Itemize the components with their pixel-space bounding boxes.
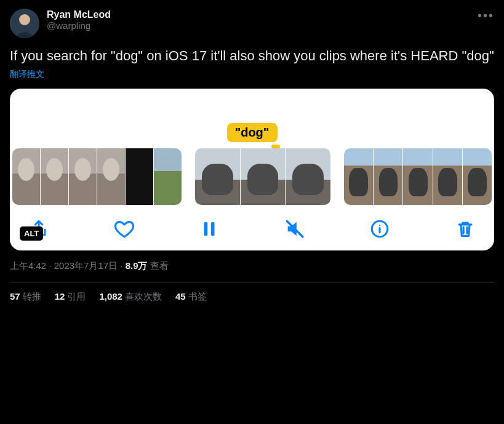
likes-stat[interactable]: 1,082喜欢次数 [99, 291, 162, 303]
clip-thumb [344, 148, 373, 205]
clip-thumb [126, 148, 153, 205]
clip-thumb [403, 148, 432, 205]
tweet-container: Ryan McLeod @warpling ••• If you search … [0, 0, 504, 303]
clip-thumb [241, 148, 286, 205]
retweets-stat[interactable]: 57转推 [10, 291, 41, 303]
retweets-label: 转推 [23, 291, 41, 302]
quotes-stat[interactable]: 12引用 [55, 291, 86, 303]
clip-thumb [154, 148, 182, 205]
datestamp[interactable]: 2023年7月17日 [54, 260, 118, 271]
video-timeline[interactable] [10, 148, 494, 205]
clip-thumb [12, 148, 40, 205]
user-block: Ryan McLeod @warpling [47, 9, 111, 31]
retweets-count: 57 [10, 291, 20, 302]
clip-thumb [41, 148, 68, 205]
tweet-text: If you search for "dog" on iOS 17 it'll … [10, 47, 494, 65]
clip-thumb [374, 148, 402, 205]
clip-group-1[interactable] [12, 148, 182, 205]
svg-point-7 [379, 225, 380, 226]
timestamp[interactable]: 上午4:42 [10, 260, 46, 271]
clip-thumb [69, 148, 97, 205]
bookmarks-stat[interactable]: 45书签 [175, 291, 207, 303]
mute-icon[interactable] [284, 218, 305, 239]
clip-group-3[interactable] [344, 148, 492, 205]
tweet-header: Ryan McLeod @warpling ••• [10, 9, 494, 38]
clip-thumb [195, 148, 240, 205]
clip-group-2[interactable] [195, 148, 330, 205]
media-inner: "dog" [10, 89, 494, 250]
bookmarks-count: 45 [175, 291, 186, 302]
views-count: 8.9万 [126, 260, 148, 271]
clip-thumb [433, 148, 462, 205]
stats-row: 57转推 12引用 1,082喜欢次数 45书签 [10, 282, 494, 303]
pause-icon[interactable] [199, 218, 220, 239]
views-label: 查看 [150, 260, 169, 271]
clip-thumb [286, 148, 330, 205]
caption-badge: "dog" [227, 123, 278, 142]
more-icon[interactable]: ••• [478, 9, 494, 23]
likes-label: 喜欢次数 [125, 291, 162, 302]
heart-icon[interactable] [114, 218, 135, 239]
avatar-image [10, 9, 39, 38]
bookmarks-label: 书签 [188, 291, 207, 302]
alt-badge[interactable]: ALT [20, 226, 43, 241]
svg-rect-3 [211, 222, 215, 236]
quotes-count: 12 [55, 291, 65, 302]
likes-count: 1,082 [99, 291, 122, 302]
clip-thumb [97, 148, 125, 205]
avatar[interactable] [10, 9, 39, 38]
trash-icon[interactable] [455, 218, 476, 239]
svg-rect-2 [204, 222, 208, 236]
quotes-label: 引用 [67, 291, 86, 302]
media-card[interactable]: "dog" [10, 89, 494, 250]
svg-point-1 [19, 14, 30, 25]
user-handle[interactable]: @warpling [47, 20, 111, 31]
translate-link[interactable]: 翻译推文 [10, 69, 494, 80]
display-name[interactable]: Ryan McLeod [47, 9, 111, 20]
meta-row: 上午4:42 · 2023年7月17日 · 8.9万 查看 [10, 260, 494, 272]
info-icon[interactable] [369, 218, 390, 239]
media-toolbar [10, 205, 494, 242]
clip-thumb [463, 148, 492, 205]
